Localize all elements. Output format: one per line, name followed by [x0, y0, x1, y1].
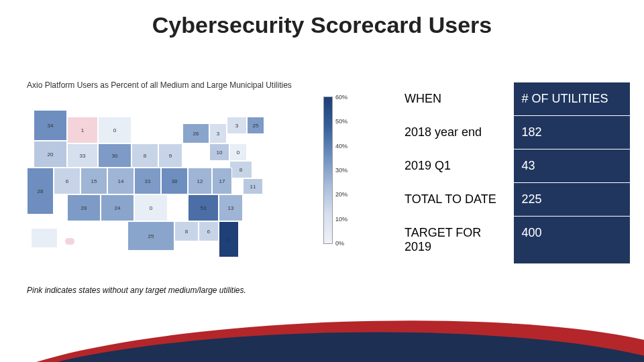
- state-fl: 0: [219, 221, 239, 257]
- state-wi: 9: [158, 143, 182, 168]
- axis-tick: 30%: [335, 167, 347, 174]
- state-pa: 10: [209, 143, 229, 161]
- cell-n: 225: [513, 183, 631, 217]
- state-wa: 34: [34, 110, 67, 141]
- state-ok: 0: [134, 194, 168, 221]
- axis-tick: 50%: [335, 118, 347, 125]
- map-chart-title: Axio Platform Users as Percent of all Me…: [27, 80, 382, 90]
- state-ut: 15: [80, 168, 107, 194]
- axis-tick: 10%: [335, 216, 347, 223]
- us-map: 34 20 1 0 28 6 15 14 33 30 8 9 33 28 24 …: [27, 97, 382, 271]
- axis-tick: 0%: [335, 240, 344, 247]
- cell-n: 182: [513, 116, 631, 149]
- state-co: 14: [107, 168, 134, 194]
- state-ks: 33: [134, 168, 161, 194]
- state-ms: 6: [199, 221, 219, 241]
- state-tn: 53: [188, 194, 219, 221]
- state-ca: 28: [27, 168, 54, 215]
- table-header-row: WHEN # OF UTILITIES: [396, 82, 631, 116]
- state-va: 8: [229, 161, 252, 178]
- state-mo: 38: [161, 168, 188, 194]
- axis-tick: 20%: [335, 191, 347, 198]
- table-row: 2019 Q1 43: [396, 149, 631, 183]
- slide: Cybersecurity Scorecard Users Axio Platf…: [0, 0, 644, 362]
- state-tx: 25: [127, 221, 174, 251]
- cell-when: TOTAL TO DATE: [396, 183, 514, 217]
- footer-swoosh: [0, 315, 644, 362]
- state-ga: 13: [219, 194, 243, 221]
- state-ma: 25: [247, 117, 264, 134]
- state-sd: 30: [98, 143, 131, 168]
- state-la: 8: [174, 221, 199, 241]
- state-nm: 24: [101, 194, 134, 221]
- state-id: 33: [67, 143, 98, 168]
- state-az: 28: [67, 194, 101, 221]
- state-nv: 6: [54, 168, 80, 194]
- legend-gradient: [323, 97, 333, 244]
- table-row: TOTAL TO DATE 225: [396, 183, 631, 217]
- data-table: WHEN # OF UTILITIES 2018 year end 182 20…: [396, 82, 631, 264]
- state-mn: 8: [131, 143, 158, 168]
- state-nj: 0: [229, 143, 247, 161]
- map-caption: Pink indicates states without any target…: [27, 286, 246, 295]
- cell-n: 43: [513, 149, 631, 183]
- state-oh: 17: [212, 168, 232, 194]
- cell-when: TARGET FOR 2019: [396, 217, 514, 264]
- axis-tick: 40%: [335, 143, 347, 149]
- legend-axis: 60% 50% 40% 30% 20% 10% 0%: [335, 94, 362, 247]
- state-or: 20: [34, 141, 67, 168]
- state-mt: 1: [67, 117, 98, 143]
- cell-when: 2019 Q1: [396, 149, 514, 183]
- table-row: TARGET FOR 2019 400: [396, 217, 631, 264]
- axis-tick: 60%: [335, 94, 347, 101]
- state-hi: [64, 237, 75, 245]
- table-row: 2018 year end 182: [396, 116, 631, 149]
- page-title: Cybersecurity Scorecard Users: [0, 12, 644, 38]
- state-mi: 26: [182, 123, 209, 143]
- state-ak: [31, 228, 58, 248]
- state-vt: 3: [227, 117, 247, 134]
- cell-when: 2018 year end: [396, 116, 514, 149]
- state-nc: 11: [243, 178, 263, 194]
- state-il: 12: [188, 168, 212, 194]
- cell-n: 400: [513, 217, 631, 264]
- state-ny: 3: [209, 123, 227, 143]
- col-utilities: # OF UTILITIES: [513, 82, 631, 116]
- map-area: Axio Platform Users as Percent of all Me…: [27, 80, 382, 295]
- col-when: WHEN: [396, 82, 514, 116]
- state-nd: 0: [98, 117, 131, 143]
